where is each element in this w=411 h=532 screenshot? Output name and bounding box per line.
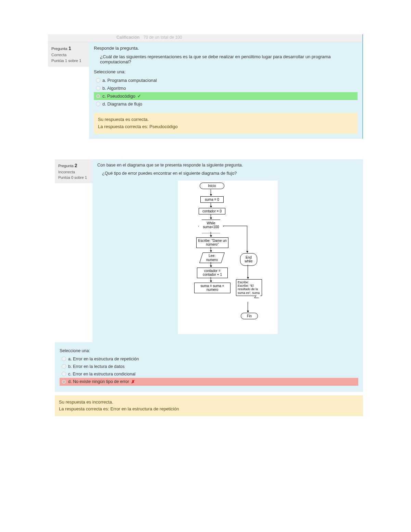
feedback-line-1: Su respuesta es incorrecta. bbox=[59, 399, 359, 406]
flow-step: contador = 0 bbox=[199, 208, 225, 215]
option-d-label: d. Diagrama de flujo bbox=[102, 101, 142, 107]
option-d[interactable]: d. No existe ningún tipo de error ✗ bbox=[60, 378, 358, 386]
select-one-label: Seleccione una: bbox=[94, 69, 358, 74]
flowchart-image: Inicio suma = 0 contador = 0 While suma<… bbox=[178, 181, 278, 334]
question-1: Pregunta 1 Correcta Puntúa 1 sobre 1 Res… bbox=[48, 42, 363, 139]
options-list: a. Programa computacional b. Algoritmo c… bbox=[94, 76, 358, 108]
flow-step: suma = suma + numero bbox=[194, 283, 231, 293]
feedback-line-1: Su respuesta es correcta. bbox=[98, 116, 353, 123]
question-state: Correcta bbox=[51, 52, 86, 58]
cross-icon: ✗ bbox=[131, 379, 135, 384]
flow-output: Escribe: "Dame un número" bbox=[196, 237, 228, 248]
grade-label: Calificación bbox=[116, 35, 139, 40]
option-a-label: a. Programa computacional bbox=[102, 78, 157, 83]
feedback-box: Su respuesta es incorrecta. La respuesta… bbox=[55, 395, 363, 417]
flow-step: contador = contador + 1 bbox=[197, 268, 228, 278]
question-info: Pregunta 1 Correcta Puntúa 1 sobre 1 bbox=[48, 42, 89, 67]
grade-value: 70 de un total de 100 bbox=[144, 35, 182, 40]
option-b-label: b. Algoritmo bbox=[102, 86, 126, 91]
option-a[interactable]: a. Error en la estructura de repetición bbox=[60, 355, 358, 363]
check-icon: ✓ bbox=[137, 94, 141, 99]
question-label: Pregunta bbox=[51, 47, 67, 51]
flow-output-note: Escribe: Escribe: "El resultado de la su… bbox=[236, 279, 262, 296]
option-d-radio[interactable] bbox=[62, 380, 66, 384]
option-b-radio[interactable] bbox=[96, 86, 100, 90]
question-text: ¿Qué tipo de error puedes encontrar en e… bbox=[102, 171, 358, 176]
flow-step: suma = 0 bbox=[200, 196, 224, 203]
option-c[interactable]: c. Error en la estructura condicional bbox=[60, 370, 358, 378]
select-one-label: Seleccione una: bbox=[60, 348, 358, 353]
grade-summary: Calificación 70 de un total de 100 bbox=[48, 34, 363, 42]
option-c-radio[interactable] bbox=[62, 372, 66, 376]
option-b[interactable]: b. Algoritmo bbox=[94, 84, 358, 92]
question-score: Puntúa 1 sobre 1 bbox=[51, 58, 86, 64]
question-2: Pregunta 2 Incorrecta Puntúa 0 sobre 1 C… bbox=[55, 159, 363, 342]
flow-endwhile: End while bbox=[240, 253, 257, 266]
option-c-label: c. Pseudocódigo bbox=[102, 94, 135, 99]
feedback-line-2: La respuesta correcta es: Error en la es… bbox=[59, 406, 359, 413]
feedback-box: Su respuesta es correcta. La respuesta c… bbox=[94, 113, 358, 134]
option-a-radio[interactable] bbox=[96, 78, 100, 83]
flow-while: While suma<100 bbox=[198, 220, 224, 233]
question-state: Incorrecta bbox=[58, 169, 89, 175]
flow-end: Fin bbox=[241, 313, 258, 320]
option-b-label: b. Error en la lectura de datos bbox=[68, 364, 125, 369]
option-b-radio[interactable] bbox=[62, 364, 66, 369]
question-number: 1 bbox=[68, 46, 71, 51]
question-label: Pregunta bbox=[58, 164, 74, 168]
flow-start: Inicio bbox=[200, 183, 224, 189]
question-number: 2 bbox=[75, 163, 77, 168]
option-b[interactable]: b. Error en la lectura de datos bbox=[60, 363, 358, 370]
option-c-radio[interactable] bbox=[96, 94, 100, 98]
feedback-line-2: La respuesta correcta es: Pseudocódigo bbox=[98, 123, 353, 131]
option-d-label: d. No existe ningún tipo de error bbox=[68, 379, 129, 384]
question-prompt: Con base en el diagrama que se te presen… bbox=[97, 163, 358, 168]
question-body: Con base en el diagrama que se te presen… bbox=[92, 159, 363, 342]
question-2-options: Seleccione una: a. Error en la estructur… bbox=[55, 342, 363, 392]
option-a-label: a. Error en la estructura de repetición bbox=[68, 357, 139, 361]
options-list: a. Error en la estructura de repetición … bbox=[60, 355, 358, 386]
question-prompt: Responde la pregunta. bbox=[94, 46, 358, 51]
flow-input: Lee: numero bbox=[203, 254, 221, 262]
option-d[interactable]: d. Diagrama de flujo bbox=[94, 100, 358, 108]
option-c[interactable]: c. Pseudocódigo ✓ bbox=[94, 92, 358, 100]
question-body: Responde la pregunta. ¿Cuál de las sigui… bbox=[89, 42, 362, 139]
option-c-label: c. Error en la estructura condicional bbox=[68, 372, 136, 376]
option-d-radio[interactable] bbox=[96, 102, 100, 106]
option-a-radio[interactable] bbox=[62, 357, 66, 361]
option-a[interactable]: a. Programa computacional bbox=[94, 76, 358, 84]
question-text: ¿Cuál de las siguientes representaciones… bbox=[100, 54, 358, 64]
question-info: Pregunta 2 Incorrecta Puntúa 0 sobre 1 bbox=[55, 159, 92, 183]
question-score: Puntúa 0 sobre 1 bbox=[58, 175, 89, 181]
